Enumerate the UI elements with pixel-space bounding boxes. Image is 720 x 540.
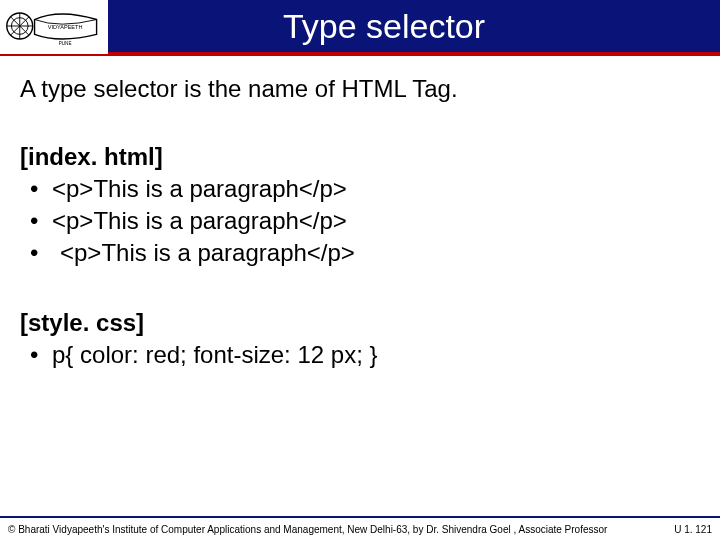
section-1-label: [index. html] <box>20 142 700 172</box>
footer-page-ref: U 1. 121 <box>674 524 712 535</box>
list-item: <p>This is a paragraph</p> <box>26 238 700 268</box>
slide-title: Type selector <box>108 7 720 46</box>
slide-header: VIDYAPEETH PUNE Type selector <box>0 0 720 56</box>
intro-text: A type selector is the name of HTML Tag. <box>20 74 700 104</box>
section-1-list: <p>This is a paragraph</p> <p>This is a … <box>20 174 700 268</box>
section-2-list: p{ color: red; font-size: 12 px; } <box>20 340 700 370</box>
svg-text:VIDYAPEETH: VIDYAPEETH <box>48 24 83 30</box>
section-2-label: [style. css] <box>20 308 700 338</box>
svg-text:PUNE: PUNE <box>59 41 72 46</box>
list-item: p{ color: red; font-size: 12 px; } <box>26 340 700 370</box>
list-item: <p>This is a paragraph</p> <box>26 174 700 204</box>
list-item: <p>This is a paragraph</p> <box>26 206 700 236</box>
slide-body: A type selector is the name of HTML Tag.… <box>0 56 720 370</box>
slide-footer: © Bharati Vidyapeeth's Institute of Comp… <box>0 516 720 540</box>
footer-copyright: © Bharati Vidyapeeth's Institute of Comp… <box>8 524 607 535</box>
institution-logo: VIDYAPEETH PUNE <box>0 0 108 54</box>
